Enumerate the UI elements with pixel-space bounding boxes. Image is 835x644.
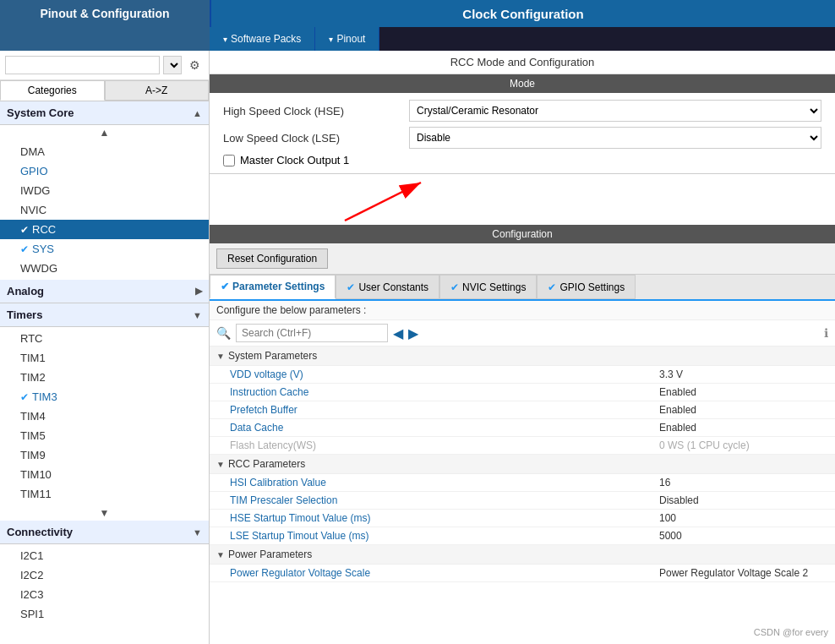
chevron-down-icon: ▾ <box>223 35 227 44</box>
chevron-up-icon: ▲ <box>193 108 202 118</box>
master-clock-checkbox[interactable] <box>223 155 235 166</box>
system-params-header[interactable]: ▼ System Parameters <box>210 347 835 366</box>
annotation-svg <box>210 174 835 225</box>
timers-header[interactable]: Timers ▼ <box>0 303 209 327</box>
scroll-down-arrow[interactable]: ▼ <box>0 505 209 521</box>
sidebar-item-tim1[interactable]: TIM1 <box>0 348 209 368</box>
tab-atoz[interactable]: A->Z <box>105 80 210 101</box>
sidebar-item-tim2[interactable]: TIM2 <box>0 368 209 387</box>
sidebar: ⚙ Categories A->Z System Core ▲ ▲ DMA GP… <box>0 51 210 644</box>
sidebar-item-dma[interactable]: DMA <box>0 142 209 161</box>
mode-content: High Speed Clock (HSE) Crystal/Ceramic R… <box>210 93 835 173</box>
chevron-down-icon: ▼ <box>193 310 202 320</box>
param-search-row: 🔍 ◀ ▶ ℹ <box>210 320 835 347</box>
sidebar-content: System Core ▲ ▲ DMA GPIO IWDG NVIC ✔ RCC… <box>0 101 209 644</box>
param-dcache: Data Cache Enabled <box>210 419 835 437</box>
sub-nav: ▾ Software Packs ▾ Pinout <box>0 27 835 51</box>
timers-label: Timers <box>7 308 42 321</box>
hse-select[interactable]: Crystal/Ceramic Resonator Disable Bypass… <box>409 100 821 122</box>
param-tim-prescaler: TIM Prescaler Selection Disabled <box>210 492 835 510</box>
config-toolbar: Reset Configuration <box>210 243 835 275</box>
main-content: RCC Mode and Configuration Mode High Spe… <box>210 51 835 644</box>
param-vdd: VDD voltage (V) 3.3 V <box>210 366 835 384</box>
pinout-config-tab[interactable]: Pinout & Configuration <box>0 0 210 27</box>
system-core-label: System Core <box>7 106 74 119</box>
sidebar-item-rcc[interactable]: ✔ RCC <box>0 220 209 239</box>
chevron-down-icon: ▼ <box>216 550 225 559</box>
timers-items: RTC TIM1 TIM2 ✔ TIM3 TIM4 TIM5 TIM9 TIM1… <box>0 327 209 505</box>
pinout-label: Pinout <box>336 33 365 45</box>
analog-label: Analog <box>7 285 44 297</box>
sidebar-dropdown[interactable] <box>163 56 182 74</box>
tab-parameter-settings[interactable]: ✔ Parameter Settings <box>210 275 336 299</box>
pinout-nav[interactable]: ▾ Pinout <box>315 27 379 51</box>
connectivity-header[interactable]: Connectivity ▼ <box>0 521 209 544</box>
sidebar-search-input[interactable] <box>5 56 160 74</box>
software-packs-nav[interactable]: ▾ Software Packs <box>210 27 315 51</box>
system-core-items: DMA GPIO IWDG NVIC ✔ RCC ✔ SYS WWDG <box>0 140 209 280</box>
chevron-down-icon: ▼ <box>216 352 225 361</box>
chevron-down-icon: ▼ <box>193 527 202 538</box>
param-hse-startup: HSE Startup Timout Value (ms) 100 <box>210 510 835 527</box>
clock-config-tab[interactable]: Clock Configuration <box>210 0 835 27</box>
param-prefetch: Prefetch Buffer Enabled <box>210 401 835 419</box>
sidebar-item-i2c2[interactable]: I2C2 <box>0 565 209 585</box>
tab-gpio-settings[interactable]: ✔ GPIO Settings <box>537 275 636 299</box>
param-flash: Flash Latency(WS) 0 WS (1 CPU cycle) <box>210 437 835 455</box>
tab-user-constants[interactable]: ✔ User Constants <box>336 275 439 299</box>
hse-label: High Speed Clock (HSE) <box>223 105 409 117</box>
sidebar-item-spi1[interactable]: SPI1 <box>0 604 209 624</box>
configure-below-label: Configure the below parameters : <box>210 301 835 320</box>
sidebar-item-rtc[interactable]: RTC <box>0 329 209 348</box>
nav-next-icon[interactable]: ▶ <box>408 325 418 341</box>
param-power-voltage: Power Regulator Voltage Scale Power Regu… <box>210 565 835 582</box>
tab-nvic-settings[interactable]: ✔ NVIC Settings <box>439 275 537 299</box>
pinout-config-label: Pinout & Configuration <box>40 7 169 20</box>
analog-header[interactable]: Analog ▶ <box>0 280 209 303</box>
search-icon: 🔍 <box>216 326 231 340</box>
sidebar-item-tim5[interactable]: TIM5 <box>0 426 209 445</box>
sidebar-item-gpio[interactable]: GPIO <box>0 161 209 181</box>
param-lse-startup: LSE Startup Timout Value (ms) 5000 <box>210 527 835 545</box>
config-header: Configuration <box>210 225 835 243</box>
sidebar-item-tim3[interactable]: ✔ TIM3 <box>0 387 209 407</box>
sidebar-item-tim4[interactable]: TIM4 <box>0 407 209 426</box>
tab-categories[interactable]: Categories <box>0 80 105 101</box>
mode-header: Mode <box>210 74 835 93</box>
connectivity-items: I2C1 I2C2 I2C3 SPI1 <box>0 544 209 625</box>
lse-select[interactable]: Disable Crystal/Ceramic Resonator Bypass… <box>409 127 821 149</box>
master-clock-label: Master Clock Output 1 <box>240 154 349 166</box>
check-icon: ✔ <box>20 224 29 236</box>
rcc-params-header[interactable]: ▼ RCC Parameters <box>210 455 835 474</box>
sidebar-tabs: Categories A->Z <box>0 80 209 101</box>
sidebar-item-sys[interactable]: ✔ SYS <box>0 239 209 259</box>
scroll-up-arrow[interactable]: ▲ <box>0 125 209 140</box>
sidebar-item-wwdg[interactable]: WWDG <box>0 259 209 278</box>
param-area: Configure the below parameters : 🔍 ◀ ▶ ℹ… <box>210 301 835 644</box>
watermark: CSDN @for every <box>754 627 828 637</box>
nav-prev-icon[interactable]: ◀ <box>393 325 403 341</box>
power-params-header[interactable]: ▼ Power Parameters <box>210 545 835 565</box>
sidebar-top: ⚙ <box>0 51 209 80</box>
sidebar-item-i2c1[interactable]: I2C1 <box>0 546 209 565</box>
sidebar-item-tim11[interactable]: TIM11 <box>0 484 209 504</box>
rcc-params-group: ▼ RCC Parameters HSI Calibration Value 1… <box>210 455 835 545</box>
check-icon: ✔ <box>450 281 459 293</box>
sub-nav-right: ▾ Software Packs ▾ Pinout <box>210 27 835 51</box>
system-core-header[interactable]: System Core ▲ <box>0 101 209 125</box>
svg-line-2 <box>345 183 421 221</box>
check-icon: ✔ <box>221 281 229 292</box>
sidebar-item-iwdg[interactable]: IWDG <box>0 181 209 200</box>
param-search-input[interactable] <box>236 324 388 342</box>
sidebar-item-i2c3[interactable]: I2C3 <box>0 585 209 604</box>
gear-icon[interactable]: ⚙ <box>185 56 204 74</box>
lse-label: Low Speed Clock (LSE) <box>223 132 409 145</box>
connectivity-label: Connectivity <box>7 526 73 538</box>
power-params-group: ▼ Power Parameters Power Regulator Volta… <box>210 545 835 582</box>
system-params-group: ▼ System Parameters VDD voltage (V) 3.3 … <box>210 347 835 455</box>
check-icon: ✔ <box>20 243 29 255</box>
sidebar-item-nvic[interactable]: NVIC <box>0 200 209 220</box>
sidebar-item-tim10[interactable]: TIM10 <box>0 465 209 484</box>
sidebar-item-tim9[interactable]: TIM9 <box>0 445 209 465</box>
reset-config-button[interactable]: Reset Configuration <box>216 248 328 269</box>
